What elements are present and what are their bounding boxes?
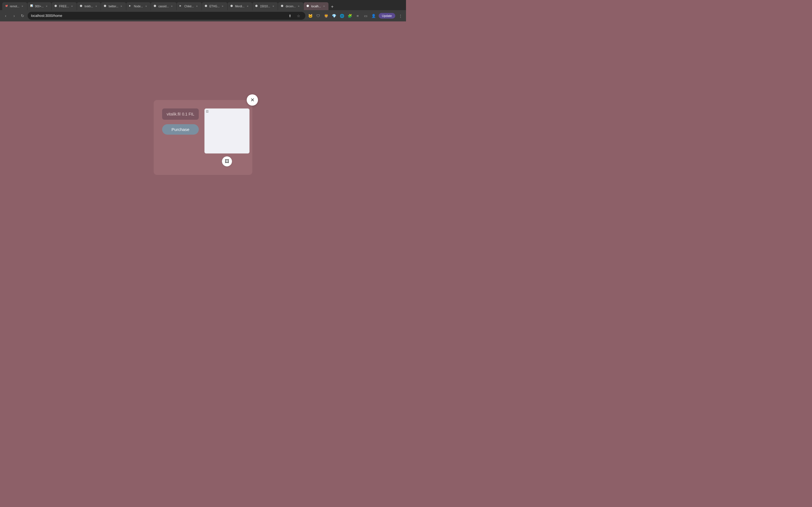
tab-favicon: ⬤	[54, 4, 58, 8]
tab-favicon: ⬤	[205, 4, 208, 8]
tab-label: 15010...	[260, 5, 270, 8]
tab-label: remot...	[10, 5, 19, 8]
tab-favicon: ▶	[180, 4, 183, 8]
avatar-icon[interactable]: 👤	[370, 12, 377, 19]
tab-close-btn[interactable]: ✕	[120, 4, 123, 8]
tab-close-btn[interactable]: ✕	[322, 4, 326, 8]
tab-chike[interactable]: ▶ Chiké... ✕	[177, 2, 202, 10]
tab-favicon: ⬤	[80, 4, 83, 8]
file-info-row: vitalik.fil 0.1 FIL	[162, 108, 199, 120]
tab-close-btn[interactable]: ✕	[94, 4, 98, 8]
tab-close-btn[interactable]: ✕	[21, 4, 24, 8]
update-button[interactable]: Update	[378, 13, 395, 18]
tab-close-btn[interactable]: ✕	[271, 4, 275, 8]
tab-favicon: 🐙	[5, 4, 8, 8]
reload-button[interactable]: ↻	[19, 12, 26, 19]
modal-overlay: ✕ vitalik.fil 0.1 FIL Purchase 🖼	[0, 21, 406, 253]
purchase-button[interactable]: Purchase	[162, 124, 199, 135]
tab-close-btn[interactable]: ✕	[195, 4, 199, 8]
url-text: localhost:3000/home	[31, 14, 285, 18]
image-preview: 🖼	[204, 108, 250, 154]
image-upload-button[interactable]: 🖼	[222, 156, 232, 166]
tab-free[interactable]: ⬤ FREE... ✕	[52, 2, 77, 10]
close-button[interactable]: ✕	[247, 94, 258, 106]
tab-label: FREE...	[59, 5, 69, 8]
wallet-icon[interactable]: 💎	[331, 12, 338, 19]
tab-favicon: ⬤	[154, 4, 157, 8]
tab-ethg[interactable]: ⬤ ETHG... ✕	[202, 2, 227, 10]
tab-label: trekh...	[85, 5, 93, 8]
tab-cassid[interactable]: ⬤ cassid... ✕	[151, 2, 176, 10]
extensions-icon[interactable]: 🐱	[307, 12, 314, 19]
close-icon: ✕	[250, 97, 255, 103]
tab-label: ETHG...	[209, 5, 220, 8]
tab-node[interactable]: ▶ Node... ✕	[126, 2, 151, 10]
file-name: vitalik.fil	[167, 112, 181, 116]
modal: ✕ vitalik.fil 0.1 FIL Purchase 🖼	[154, 100, 252, 175]
tab-close-btn[interactable]: ✕	[45, 4, 49, 8]
share-icon[interactable]: ⬆	[287, 12, 294, 19]
tab-label: Node...	[134, 5, 143, 8]
tab-label: Merdi...	[235, 5, 245, 8]
tab-close-btn[interactable]: ✕	[221, 4, 224, 8]
shield-icon[interactable]: 🛡	[315, 12, 322, 19]
address-bar[interactable]: localhost:3000/home ⬆ ☆	[28, 12, 305, 20]
browser-toolbar-icons: 🐱 🛡 🦁 💎 🌐 🧩 ≡ ▭ 👤	[307, 12, 377, 19]
tab-close-btn[interactable]: ✕	[144, 4, 148, 8]
tab-label: localh...	[311, 5, 321, 8]
forward-button[interactable]: ›	[11, 12, 17, 19]
tab-favicon: ▶	[129, 4, 133, 8]
tab-close-btn[interactable]: ✕	[70, 4, 74, 8]
image-gallery-icon: 🖼	[225, 159, 229, 164]
tab-decen[interactable]: ⬤ decen... ✕	[278, 2, 303, 10]
tab-900[interactable]: 📊 900+... ✕	[28, 2, 51, 10]
tab-label: Chiké...	[185, 5, 194, 8]
vpn-icon[interactable]: 🌐	[339, 12, 345, 19]
tab-remote[interactable]: 🐙 remot... ✕	[2, 2, 27, 10]
tab-close-btn[interactable]: ✕	[297, 4, 301, 8]
tab-favicon: ⬤	[255, 4, 259, 8]
tab-favicon: ⬤	[281, 4, 284, 8]
tab-label: decen...	[286, 5, 296, 8]
brave-icon[interactable]: 🦁	[323, 12, 329, 19]
tab-localhost[interactable]: ⬤ localh... ✕	[304, 2, 328, 10]
bookmark-icon[interactable]: ☆	[295, 12, 302, 19]
tab-close-btn[interactable]: ✕	[170, 4, 174, 8]
tab-twitter[interactable]: ⬤ twitter... ✕	[101, 2, 126, 10]
file-price: 0.1 FIL	[182, 112, 194, 116]
modal-left: vitalik.fil 0.1 FIL Purchase	[162, 108, 199, 135]
tab-bar: 🐙 remot... ✕ 📊 900+... ✕ ⬤ FREE... ✕ ⬤ t…	[0, 0, 406, 10]
address-bar-row: ‹ › ↻ localhost:3000/home ⬆ ☆ 🐱 🛡 🦁 💎 🌐 …	[0, 10, 406, 21]
new-tab-button[interactable]: +	[329, 3, 336, 10]
tab-close-btn[interactable]: ✕	[246, 4, 249, 8]
tab-trekh[interactable]: ⬤ trekh... ✕	[77, 2, 101, 10]
playlist-icon[interactable]: ≡	[354, 12, 361, 19]
tab-merdi[interactable]: ⬤ Merdi... ✕	[227, 2, 252, 10]
tab-label: cassid...	[158, 5, 169, 8]
tab-label: twitter...	[109, 5, 118, 8]
menu-icon[interactable]: ⋮	[397, 12, 404, 19]
tab-15010[interactable]: ⬤ 15010... ✕	[252, 2, 278, 10]
broken-image-indicator: 🖼	[206, 110, 209, 113]
tabs-container: 🐙 remot... ✕ 📊 900+... ✕ ⬤ FREE... ✕ ⬤ t…	[2, 0, 404, 10]
modal-body: vitalik.fil 0.1 FIL Purchase 🖼 🖼	[162, 108, 244, 166]
puzzle-icon[interactable]: 🧩	[347, 12, 353, 19]
tab-label: 900+...	[35, 5, 44, 8]
page-content: ✕ vitalik.fil 0.1 FIL Purchase 🖼	[0, 21, 406, 253]
modal-right: 🖼 🖼	[204, 108, 250, 166]
tab-favicon: 📊	[30, 4, 34, 8]
back-button[interactable]: ‹	[2, 12, 9, 19]
tab-favicon: ⬤	[104, 4, 107, 8]
tab-favicon: ⬤	[231, 4, 234, 8]
sidebar-icon[interactable]: ▭	[362, 12, 369, 19]
tab-favicon: ⬤	[306, 4, 310, 8]
